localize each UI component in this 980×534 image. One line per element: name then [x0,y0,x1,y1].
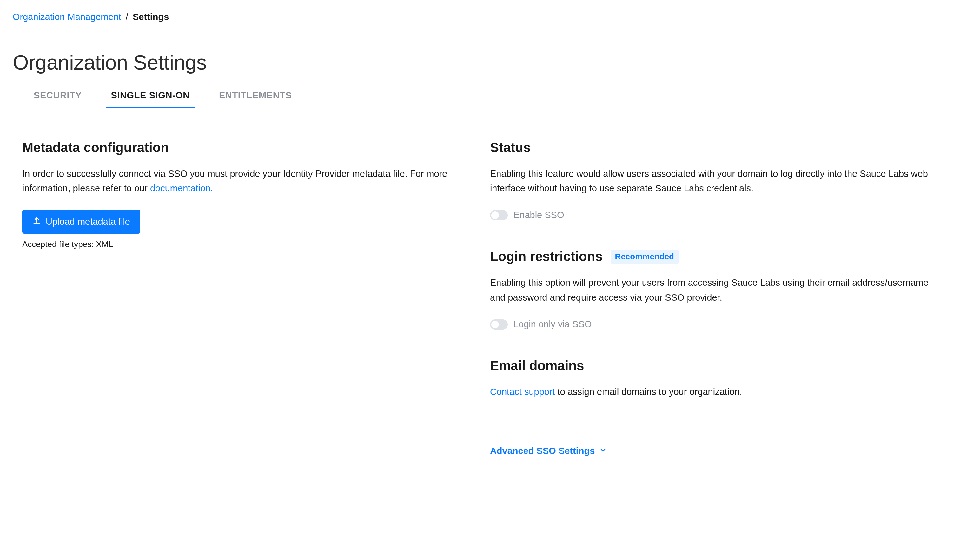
breadcrumb: Organization Management / Settings [13,0,967,33]
upload-metadata-button[interactable]: Upload metadata file [22,210,140,234]
metadata-config-description: In order to successfully connect via SSO… [22,166,474,196]
accepted-file-types-note: Accepted file types: XML [22,239,474,249]
breadcrumb-separator: / [126,12,128,22]
login-restrictions-title: Login restrictions [490,249,603,264]
login-restrictions-header: Login restrictions Recommended [490,249,948,264]
chevron-down-icon [599,446,607,455]
status-description: Enabling this feature would allow users … [490,166,944,196]
login-sso-toggle-label: Login only via SSO [514,319,592,330]
page-title: Organization Settings [13,51,967,74]
breadcrumb-current: Settings [133,12,169,22]
enable-sso-toggle-label: Enable SSO [514,210,564,220]
login-sso-toggle[interactable] [490,319,508,330]
login-sso-toggle-row: Login only via SSO [490,319,948,330]
breadcrumb-parent-link[interactable]: Organization Management [13,12,121,22]
login-restrictions-description: Enabling this option will prevent your u… [490,275,944,305]
metadata-desc-pre: In order to successfully connect via SSO… [22,169,447,193]
recommended-badge: Recommended [611,250,679,263]
email-domains-section: Email domains Contact support to assign … [490,358,948,399]
email-domains-description: Contact support to assign email domains … [490,384,944,399]
section-divider [490,431,948,432]
tabs: SECURITY SINGLE SIGN-ON ENTITLEMENTS [13,90,967,108]
enable-sso-toggle[interactable] [490,210,508,220]
advanced-sso-row[interactable]: Advanced SSO Settings [490,446,948,456]
status-section: Status Enabling this feature would allow… [490,140,948,221]
tab-single-sign-on[interactable]: SINGLE SIGN-ON [109,90,191,108]
documentation-link[interactable]: documentation. [150,183,213,193]
upload-icon [32,216,41,227]
right-column: Status Enabling this feature would allow… [490,140,948,456]
upload-button-label: Upload metadata file [46,217,130,227]
tab-security[interactable]: SECURITY [32,90,83,108]
tab-entitlements[interactable]: ENTITLEMENTS [217,90,294,108]
email-domains-title: Email domains [490,358,948,373]
advanced-sso-settings-link[interactable]: Advanced SSO Settings [490,446,595,456]
metadata-config-title: Metadata configuration [22,140,474,155]
left-column: Metadata configuration In order to succe… [13,140,480,456]
login-restrictions-section: Login restrictions Recommended Enabling … [490,249,948,330]
email-domains-desc-post: to assign email domains to your organiza… [555,387,742,397]
enable-sso-toggle-row: Enable SSO [490,210,948,220]
status-title: Status [490,140,948,155]
content-area: Metadata configuration In order to succe… [13,108,967,456]
contact-support-link[interactable]: Contact support [490,387,555,397]
